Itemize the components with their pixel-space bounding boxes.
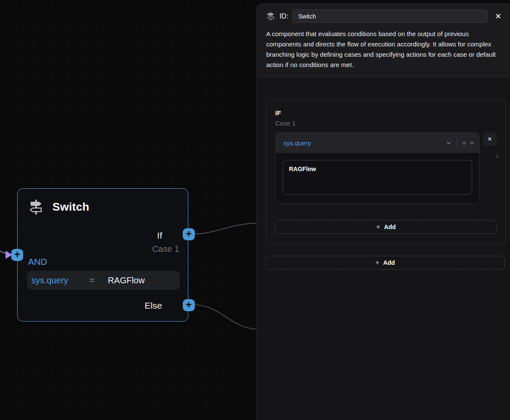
edge-else-output [194,305,256,329]
else-output-handle-plus-icon[interactable]: + [183,299,195,311]
condition-value-textarea[interactable]: RAGFlow [283,160,472,195]
node-title: Switch [52,200,89,214]
case-card: IF Case 1 sys.query = [266,100,506,245]
condition-field: sys.query [31,276,68,285]
id-label: ID: [280,12,288,20]
chevron-down-icon [469,141,475,145]
component-description: A component that evaluates conditions ba… [266,29,501,70]
plus-icon: + [375,259,379,267]
input-handle-plus-icon[interactable]: + [11,249,23,261]
condition-editor-header: sys.query = [276,133,479,153]
operator-select[interactable]: = [462,139,475,147]
case-output-label: Case 1 [152,244,179,254]
panel-header: ID: ✕ A component that evaluates conditi… [257,4,510,77]
plus-icon: + [376,223,380,231]
node-condition-row[interactable]: sys.query = RAGFlow [27,271,180,290]
add-case-label: Add [383,259,395,266]
signpost-icon [28,199,44,215]
node-id-input[interactable] [292,9,488,23]
operator-select-value: = [462,139,466,147]
condition-editor-body: RAGFlow [276,153,479,203]
signpost-icon [266,12,275,21]
add-condition-button[interactable]: + Add [275,220,497,234]
if-output-handle-plus-icon[interactable]: + [183,228,195,240]
switch-node-header: Switch [28,199,89,215]
add-condition-label: Add [384,224,396,230]
case-card-title: IF [275,109,497,116]
field-select-value: sys.query [283,139,311,147]
condition-value: RAGFlow [108,276,145,285]
else-output-label: Else [144,300,162,311]
condition-operator: = [89,275,95,285]
case-card-subtitle: Case 1 [275,120,497,127]
condition-editor: sys.query = [275,132,479,204]
chevron-down-icon [446,141,452,145]
remove-condition-button[interactable]: ✕ [483,132,497,146]
logic-operator-label: AND [28,257,47,267]
switch-node[interactable]: Switch If Case 1 AND sys.query = RAGFlow… [17,188,188,322]
edge-if-output [194,223,256,234]
field-select[interactable]: sys.query [283,139,452,147]
close-panel-button[interactable]: ✕ [495,12,501,20]
panel-body: IF Case 1 sys.query = [257,77,510,270]
edge-input [0,251,6,254]
add-case-button[interactable]: + Add [265,256,505,270]
node-settings-panel: ID: ✕ A component that evaluates conditi… [256,3,510,420]
if-output-label: If [157,230,162,241]
divider [457,140,457,146]
